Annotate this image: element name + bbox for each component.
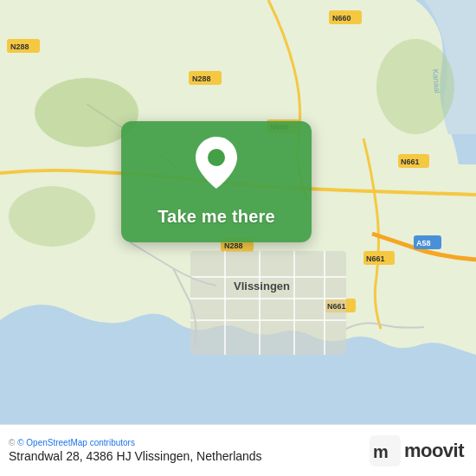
moovit-wordmark: moovit [404,440,464,462]
svg-text:N288: N288 [224,241,243,250]
svg-text:Vlissingen: Vlissingen [234,280,290,293]
svg-point-19 [9,186,95,247]
address-text: Strandwal 28, 4386 HJ Vlissingen, Nether… [9,449,262,463]
svg-text:N288: N288 [10,42,29,51]
svg-text:N288: N288 [192,74,211,83]
bottom-left-info: © © OpenStreetMap contributors Strandwal… [9,438,262,463]
take-me-there-label: Take me there [158,207,275,227]
map-container: N288 N288 N288 N660 N660 N661 N661 N661 … [0,0,476,424]
svg-text:A58: A58 [416,239,431,248]
osm-credit: © © OpenStreetMap contributors [9,438,262,447]
location-pin-icon [196,137,237,189]
moovit-logo-icon: m [370,435,401,466]
svg-text:N661: N661 [401,158,420,166]
svg-text:N660: N660 [332,14,351,23]
svg-point-20 [376,39,454,134]
svg-rect-10 [190,251,346,355]
svg-text:m: m [373,442,389,461]
moovit-logo: m moovit [370,435,464,466]
take-me-there-button[interactable]: Take me there [121,121,312,242]
bottom-bar: © © OpenStreetMap contributors Strandwal… [0,424,476,476]
svg-text:N661: N661 [366,254,385,263]
svg-text:N661: N661 [327,302,346,311]
svg-point-32 [208,149,225,166]
osm-link[interactable]: © OpenStreetMap contributors [17,438,135,447]
copyright-symbol: © [9,438,15,447]
